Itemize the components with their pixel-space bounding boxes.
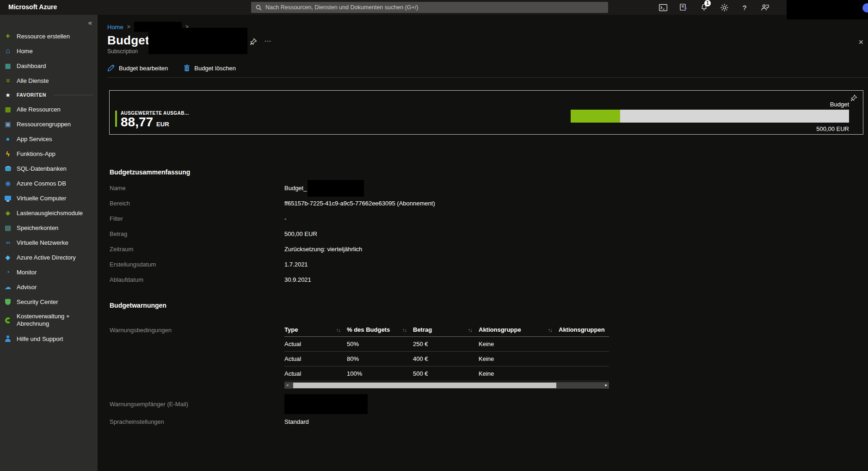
feedback-icon[interactable]	[760, 2, 770, 12]
global-search[interactable]	[251, 2, 608, 13]
kpi-value: 88,77	[121, 116, 153, 128]
sidebar-item-monitor[interactable]: ◔ Monitor	[0, 265, 98, 279]
column-header-type[interactable]: Type ↑↓	[284, 326, 347, 333]
close-icon[interactable]: ×	[858, 38, 863, 46]
favorites-divider	[54, 95, 93, 95]
sidebar-item-dashboard[interactable]: ▦ Dashboard	[0, 58, 98, 73]
budget-kpi-card: AUSGEWERTETE AUSGAB… 88,77 EUR Budget 50…	[109, 90, 863, 135]
field-name: Name Budget_	[110, 180, 868, 196]
scroll-right-icon[interactable]: ►	[603, 382, 609, 389]
sidebar-item-load-balancers[interactable]: ◈ Lastenausgleichsmodule	[0, 205, 98, 220]
sidebar-item-label: Home	[17, 48, 33, 55]
sidebar-item-home[interactable]: ⌂ Home	[0, 43, 98, 58]
column-header-percent[interactable]: % des Budgets ↑↓	[347, 326, 413, 333]
cloud-shell-icon[interactable]	[658, 2, 668, 12]
scroll-left-icon[interactable]: ◄	[284, 382, 290, 389]
sidebar-item-all-services[interactable]: ≡ Alle Dienste	[0, 73, 98, 88]
sort-icon[interactable]: ↑↓	[336, 327, 340, 333]
field-label: Warnungsempfänger (E-Mail)	[110, 401, 284, 408]
virtual-networks-icon: ‹·›	[4, 240, 12, 245]
column-header-action-groups[interactable]: Aktionsgruppen	[559, 326, 609, 333]
settings-gear-icon[interactable]	[719, 2, 729, 12]
sidebar-item-resource-groups[interactable]: ▣ Ressourcengruppen	[0, 117, 98, 131]
horizontal-scrollbar[interactable]: ◄ ►	[284, 382, 609, 389]
sidebar-item-storage-accounts[interactable]: ▤ Speicherkonten	[0, 220, 98, 235]
kpi-accent-bar	[115, 111, 117, 127]
resource-groups-icon: ▣	[4, 121, 12, 127]
field-language: Spracheinstellungen Standard	[110, 414, 868, 429]
sidebar-item-security-center[interactable]: Security Center	[0, 294, 98, 309]
all-services-icon: ≡	[4, 77, 12, 84]
field-amount: Betrag 500,00 EUR	[110, 226, 868, 242]
sidebar-item-advisor[interactable]: ☁ Advisor	[0, 279, 98, 294]
sidebar-item-label: SQL-Datenbanken	[17, 165, 67, 172]
sidebar-item-create-resource[interactable]: + Ressource erstellen	[0, 29, 98, 43]
field-filter: Filter -	[110, 211, 868, 226]
sidebar-item-cost-management[interactable]: Kostenverwaltung + Abrechnung	[0, 309, 98, 331]
field-value: 1.7.2021	[284, 261, 308, 268]
column-header-action-group[interactable]: Aktionsgruppe ↑↓	[479, 326, 559, 333]
field-label: Name	[110, 185, 284, 192]
pin-icon[interactable]	[249, 38, 257, 46]
sidebar-item-cosmos-db[interactable]: ◉ Azure Cosmos DB	[0, 176, 98, 191]
pencil-icon	[107, 64, 115, 72]
cell-percent: 80%	[347, 355, 413, 362]
table-header-row: Type ↑↓ % des Budgets ↑↓ Betrag ↑↓ Akt	[284, 323, 609, 337]
field-alert-recipients: Warnungsempfänger (E-Mail)	[110, 394, 868, 414]
sidebar-item-all-resources[interactable]: ▩ Alle Ressourcen	[0, 102, 98, 117]
sidebar-item-azure-ad[interactable]: ◆ Azure Active Directory	[0, 250, 98, 265]
edit-budget-button[interactable]: Budget bearbeiten	[107, 64, 168, 72]
sidebar-item-label: Speicherkonten	[17, 224, 58, 231]
edit-budget-label: Budget bearbeiten	[119, 65, 168, 72]
field-expiration-date: Ablaufdatum 30.9.2021	[110, 272, 868, 287]
virtual-machines-icon	[4, 196, 12, 200]
avatar[interactable]	[862, 3, 868, 12]
table-row[interactable]: Actual 80% 400 € Keine	[284, 352, 609, 366]
sidebar-item-virtual-networks[interactable]: ‹·› Virtuelle Netzwerke	[0, 235, 98, 250]
budget-bar-label: Budget	[830, 101, 849, 108]
cell-action-group: Keine	[479, 341, 559, 347]
command-bar-divider	[107, 77, 868, 78]
alert-conditions-table: Type ↑↓ % des Budgets ↑↓ Betrag ↑↓ Akt	[284, 323, 609, 389]
scrollbar-track[interactable]	[290, 382, 603, 389]
sidebar-item-app-services[interactable]: ● App Services	[0, 131, 98, 146]
notifications-bell-icon[interactable]: 1	[699, 2, 709, 12]
breadcrumb-home-link[interactable]: Home	[107, 24, 123, 31]
field-creation-date: Erstellungsdatum 1.7.2021	[110, 257, 868, 272]
more-actions-icon[interactable]: …	[264, 35, 272, 43]
advisor-icon: ☁	[4, 284, 12, 290]
directory-filter-icon[interactable]	[678, 2, 689, 12]
sidebar-item-label: Ressourcengruppen	[17, 121, 71, 128]
pin-icon[interactable]	[850, 94, 857, 102]
name-redaction	[308, 180, 364, 197]
sidebar-collapse-icon[interactable]: «	[88, 19, 92, 26]
sort-icon[interactable]: ↑↓	[402, 327, 406, 333]
table-row[interactable]: Actual 50% 250 € Keine	[284, 337, 609, 352]
chevron-right-icon: >	[127, 24, 130, 30]
table-row[interactable]: Actual 100% 500 € Keine	[284, 366, 609, 381]
column-header-amount[interactable]: Betrag ↑↓	[413, 326, 479, 333]
function-app-icon: ϟ	[4, 150, 12, 157]
scrollbar-thumb[interactable]	[293, 383, 557, 388]
sidebar-item-function-app[interactable]: ϟ Funktions-App	[0, 146, 98, 161]
command-bar: Budget bearbeiten Budget löschen	[107, 63, 868, 73]
delete-budget-button[interactable]: Budget löschen	[184, 64, 236, 72]
evaluated-spend-kpi: AUSGEWERTETE AUSGAB… 88,77 EUR	[115, 111, 189, 134]
sort-icon[interactable]: ↑↓	[548, 327, 552, 333]
sort-icon[interactable]: ↑↓	[468, 327, 472, 333]
sidebar-item-label: App Services	[17, 136, 52, 143]
field-value: ff65157b-7225-41c9-a9c5-77662ee63095 (Ab…	[284, 200, 435, 207]
cell-percent: 100%	[347, 370, 413, 377]
field-label: Bereich	[110, 200, 284, 207]
search-input[interactable]	[265, 4, 603, 11]
field-value: -	[284, 215, 286, 222]
sidebar-item-virtual-machines[interactable]: Virtuelle Computer	[0, 191, 98, 205]
sidebar-item-help-support[interactable]: Hilfe und Support	[0, 331, 98, 346]
help-icon[interactable]: ?	[739, 2, 750, 12]
field-period: Zeitraum Zurücksetzung: vierteljährlich	[110, 242, 868, 257]
cell-type: Actual	[284, 341, 347, 347]
topbar-icon-group: 1 ?	[658, 0, 770, 15]
sidebar-item-label: Ressource erstellen	[17, 33, 70, 40]
sidebar-item-label: Alle Dienste	[17, 77, 49, 84]
sidebar-item-sql-databases[interactable]: SQL-Datenbanken	[0, 161, 98, 176]
